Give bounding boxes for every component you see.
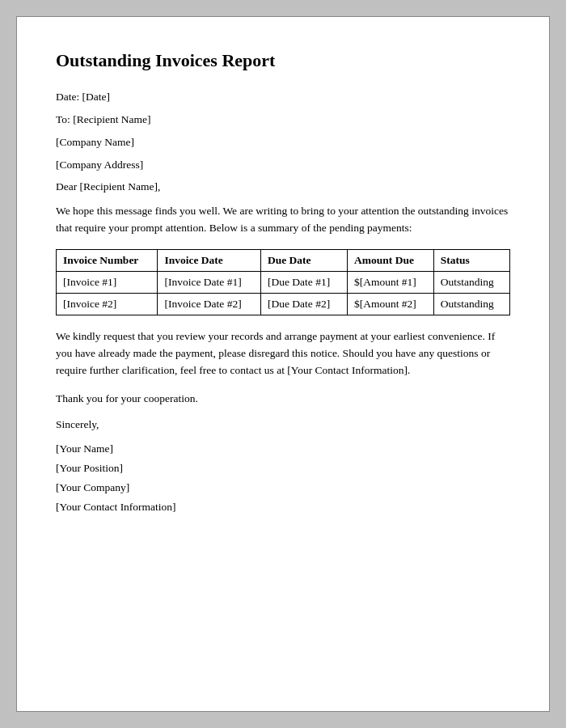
col-header-invoice-date: Invoice Date [158,250,261,272]
signature-contact: [Your Contact Information] [56,501,510,514]
company-address-line: [Company Address] [56,157,510,173]
cell-amount-due: $[Amount #2] [348,294,434,315]
to-line: To: [Recipient Name] [56,112,510,128]
signature-position: [Your Position] [56,462,510,475]
signature-company: [Your Company] [56,481,510,494]
intro-paragraph: We hope this message finds you well. We … [56,203,510,237]
salutation-line: Dear [Recipient Name], [56,180,510,193]
company-name-line: [Company Name] [56,134,510,150]
cell-invoice-date: [Invoice Date #2] [158,294,261,315]
closing-paragraph: We kindly request that you review your r… [56,328,510,379]
table-row: [Invoice #1][Invoice Date #1][Due Date #… [57,272,510,294]
cell-status: Outstanding [433,272,509,294]
signature-name: [Your Name] [56,442,510,455]
col-header-amount-due: Amount Due [348,250,434,272]
cell-due-date: [Due Date #1] [260,272,347,294]
sincerely-line: Sincerely, [56,418,510,431]
col-header-due-date: Due Date [260,250,347,272]
col-header-invoice-number: Invoice Number [57,250,158,272]
document-title: Outstanding Invoices Report [56,49,510,73]
date-line: Date: [Date] [56,89,510,105]
cell-invoice-number: [Invoice #1] [57,272,158,294]
cell-due-date: [Due Date #2] [260,294,347,315]
cell-amount-due: $[Amount #1] [348,272,434,294]
cell-invoice-date: [Invoice Date #1] [158,272,261,294]
thank-you-line: Thank you for your cooperation. [56,392,510,405]
col-header-status: Status [433,250,509,272]
cell-invoice-number: [Invoice #2] [57,294,158,315]
invoice-table: Invoice Number Invoice Date Due Date Amo… [56,249,510,315]
table-row: [Invoice #2][Invoice Date #2][Due Date #… [57,294,510,315]
table-header-row: Invoice Number Invoice Date Due Date Amo… [57,250,510,272]
cell-status: Outstanding [433,294,509,315]
document-container: Outstanding Invoices Report Date: [Date]… [16,16,550,712]
